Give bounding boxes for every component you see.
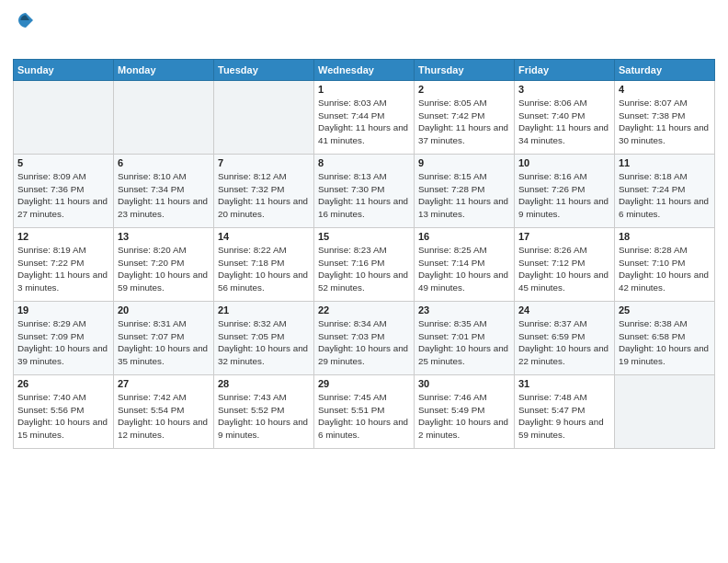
day-detail: Sunrise: 8:22 AM Sunset: 7:18 PM Dayligh… xyxy=(218,244,310,294)
day-cell: 26Sunrise: 7:40 AM Sunset: 5:56 PM Dayli… xyxy=(14,374,114,448)
day-number: 24 xyxy=(518,304,610,316)
day-detail: Sunrise: 8:09 AM Sunset: 7:36 PM Dayligh… xyxy=(17,170,109,221)
day-cell: 23Sunrise: 8:35 AM Sunset: 7:01 PM Dayli… xyxy=(415,301,515,374)
day-detail: Sunrise: 8:05 AM Sunset: 7:42 PM Dayligh… xyxy=(418,97,510,147)
day-detail: Sunrise: 8:15 AM Sunset: 7:28 PM Dayligh… xyxy=(418,170,510,221)
day-number: 12 xyxy=(17,231,109,242)
day-cell xyxy=(14,80,114,154)
day-number: 16 xyxy=(418,231,510,242)
day-number: 18 xyxy=(619,231,711,242)
day-number: 7 xyxy=(218,157,310,168)
weekday-header-friday: Friday xyxy=(515,59,615,80)
day-cell: 5Sunrise: 8:09 AM Sunset: 7:36 PM Daylig… xyxy=(14,154,114,227)
day-number: 19 xyxy=(17,304,109,316)
weekday-header-wednesday: Wednesday xyxy=(314,59,415,80)
day-cell: 13Sunrise: 8:20 AM Sunset: 7:20 PM Dayli… xyxy=(114,227,214,301)
day-number: 28 xyxy=(218,378,310,389)
day-cell: 3Sunrise: 8:06 AM Sunset: 7:40 PM Daylig… xyxy=(515,80,615,154)
day-number: 14 xyxy=(218,231,310,242)
day-detail: Sunrise: 8:32 AM Sunset: 7:05 PM Dayligh… xyxy=(218,317,310,368)
day-cell: 12Sunrise: 8:19 AM Sunset: 7:22 PM Dayli… xyxy=(14,227,114,301)
day-cell: 7Sunrise: 8:12 AM Sunset: 7:32 PM Daylig… xyxy=(214,154,314,227)
day-cell: 17Sunrise: 8:26 AM Sunset: 7:12 PM Dayli… xyxy=(515,227,615,301)
day-cell: 10Sunrise: 8:16 AM Sunset: 7:26 PM Dayli… xyxy=(515,154,615,227)
day-cell: 16Sunrise: 8:25 AM Sunset: 7:14 PM Dayli… xyxy=(415,227,515,301)
day-detail: Sunrise: 8:34 AM Sunset: 7:03 PM Dayligh… xyxy=(318,317,410,368)
day-detail: Sunrise: 8:26 AM Sunset: 7:12 PM Dayligh… xyxy=(518,244,610,294)
day-detail: Sunrise: 8:23 AM Sunset: 7:16 PM Dayligh… xyxy=(318,244,410,294)
logo-text xyxy=(13,35,37,53)
day-number: 29 xyxy=(318,378,410,389)
day-number: 9 xyxy=(418,157,510,168)
day-cell: 11Sunrise: 8:18 AM Sunset: 7:24 PM Dayli… xyxy=(615,154,715,227)
day-number: 13 xyxy=(118,231,210,242)
day-number: 27 xyxy=(118,378,210,389)
day-detail: Sunrise: 7:43 AM Sunset: 5:52 PM Dayligh… xyxy=(218,391,310,442)
day-number: 5 xyxy=(17,157,109,168)
day-cell: 4Sunrise: 8:07 AM Sunset: 7:38 PM Daylig… xyxy=(615,80,715,154)
day-detail: Sunrise: 7:46 AM Sunset: 5:49 PM Dayligh… xyxy=(418,391,510,442)
week-row-5: 26Sunrise: 7:40 AM Sunset: 5:56 PM Dayli… xyxy=(14,374,715,448)
day-detail: Sunrise: 8:16 AM Sunset: 7:26 PM Dayligh… xyxy=(518,170,610,221)
day-number: 21 xyxy=(218,304,310,316)
day-detail: Sunrise: 8:12 AM Sunset: 7:32 PM Dayligh… xyxy=(218,170,310,221)
day-number: 26 xyxy=(17,378,109,389)
calendar-page: SundayMondayTuesdayWednesdayThursdayFrid… xyxy=(0,0,728,563)
weekday-header-sunday: Sunday xyxy=(14,59,114,80)
day-number: 20 xyxy=(118,304,210,316)
day-cell: 27Sunrise: 7:42 AM Sunset: 5:54 PM Dayli… xyxy=(114,374,214,448)
day-number: 1 xyxy=(318,84,410,95)
day-number: 11 xyxy=(619,157,711,168)
weekday-header-row: SundayMondayTuesdayWednesdayThursdayFrid… xyxy=(14,59,715,80)
day-detail: Sunrise: 8:13 AM Sunset: 7:30 PM Dayligh… xyxy=(318,170,410,221)
day-cell: 9Sunrise: 8:15 AM Sunset: 7:28 PM Daylig… xyxy=(415,154,515,227)
day-cell: 2Sunrise: 8:05 AM Sunset: 7:42 PM Daylig… xyxy=(415,80,515,154)
day-detail: Sunrise: 7:42 AM Sunset: 5:54 PM Dayligh… xyxy=(118,391,210,442)
week-row-2: 5Sunrise: 8:09 AM Sunset: 7:36 PM Daylig… xyxy=(14,154,715,227)
day-cell: 6Sunrise: 8:10 AM Sunset: 7:34 PM Daylig… xyxy=(114,154,214,227)
day-cell: 24Sunrise: 8:37 AM Sunset: 6:59 PM Dayli… xyxy=(515,301,615,374)
day-detail: Sunrise: 8:37 AM Sunset: 6:59 PM Dayligh… xyxy=(518,317,610,368)
day-number: 8 xyxy=(318,157,410,168)
day-detail: Sunrise: 8:07 AM Sunset: 7:38 PM Dayligh… xyxy=(619,97,711,147)
day-number: 6 xyxy=(118,157,210,168)
day-detail: Sunrise: 8:29 AM Sunset: 7:09 PM Dayligh… xyxy=(17,317,109,368)
day-number: 25 xyxy=(619,304,711,316)
day-detail: Sunrise: 8:28 AM Sunset: 7:10 PM Dayligh… xyxy=(619,244,711,294)
day-cell: 22Sunrise: 8:34 AM Sunset: 7:03 PM Dayli… xyxy=(314,301,415,374)
day-number: 22 xyxy=(318,304,410,316)
day-cell: 1Sunrise: 8:03 AM Sunset: 7:44 PM Daylig… xyxy=(314,80,415,154)
day-number: 31 xyxy=(518,378,610,389)
day-cell: 28Sunrise: 7:43 AM Sunset: 5:52 PM Dayli… xyxy=(214,374,314,448)
day-detail: Sunrise: 8:38 AM Sunset: 6:58 PM Dayligh… xyxy=(619,317,711,368)
logo-icon xyxy=(15,9,37,31)
day-detail: Sunrise: 8:06 AM Sunset: 7:40 PM Dayligh… xyxy=(518,97,610,147)
day-detail: Sunrise: 8:10 AM Sunset: 7:34 PM Dayligh… xyxy=(118,170,210,221)
day-number: 17 xyxy=(518,231,610,242)
day-cell: 19Sunrise: 8:29 AM Sunset: 7:09 PM Dayli… xyxy=(14,301,114,374)
week-row-4: 19Sunrise: 8:29 AM Sunset: 7:09 PM Dayli… xyxy=(14,301,715,374)
day-cell: 8Sunrise: 8:13 AM Sunset: 7:30 PM Daylig… xyxy=(314,154,415,227)
day-number: 10 xyxy=(518,157,610,168)
day-number: 30 xyxy=(418,378,510,389)
day-number: 4 xyxy=(619,84,711,95)
day-detail: Sunrise: 8:31 AM Sunset: 7:07 PM Dayligh… xyxy=(118,317,210,368)
day-number: 15 xyxy=(318,231,410,242)
weekday-header-thursday: Thursday xyxy=(415,59,515,80)
day-number: 3 xyxy=(518,84,610,95)
header xyxy=(13,9,715,53)
day-cell: 30Sunrise: 7:46 AM Sunset: 5:49 PM Dayli… xyxy=(415,374,515,448)
day-detail: Sunrise: 7:45 AM Sunset: 5:51 PM Dayligh… xyxy=(318,391,410,442)
calendar-table: SundayMondayTuesdayWednesdayThursdayFrid… xyxy=(13,59,715,449)
day-number: 23 xyxy=(418,304,510,316)
day-detail: Sunrise: 8:35 AM Sunset: 7:01 PM Dayligh… xyxy=(418,317,510,368)
day-cell xyxy=(615,374,715,448)
week-row-3: 12Sunrise: 8:19 AM Sunset: 7:22 PM Dayli… xyxy=(14,227,715,301)
day-number: 2 xyxy=(418,84,510,95)
week-row-1: 1Sunrise: 8:03 AM Sunset: 7:44 PM Daylig… xyxy=(14,80,715,154)
day-detail: Sunrise: 8:03 AM Sunset: 7:44 PM Dayligh… xyxy=(318,97,410,147)
day-detail: Sunrise: 8:20 AM Sunset: 7:20 PM Dayligh… xyxy=(118,244,210,294)
day-cell: 18Sunrise: 8:28 AM Sunset: 7:10 PM Dayli… xyxy=(615,227,715,301)
day-detail: Sunrise: 8:18 AM Sunset: 7:24 PM Dayligh… xyxy=(619,170,711,221)
weekday-header-monday: Monday xyxy=(114,59,214,80)
